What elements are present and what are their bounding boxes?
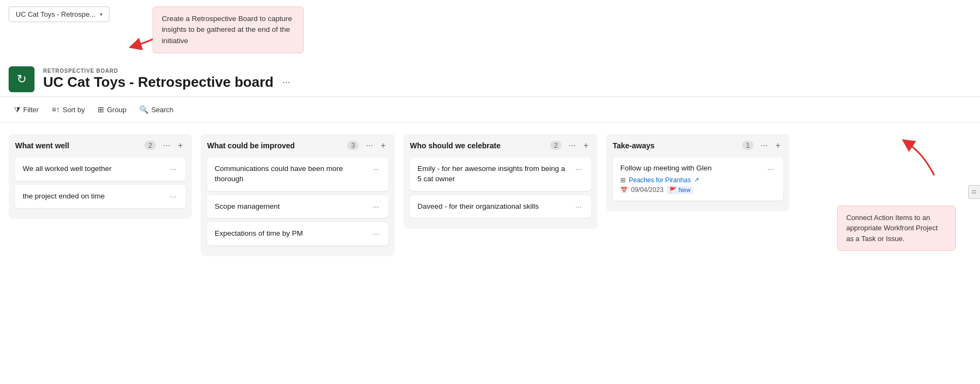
card-meta: Follow up meeting with Glen⊞Peaches for … xyxy=(620,164,712,194)
card[interactable]: We all worked well together··· xyxy=(15,157,186,181)
card-text: Follow up meeting with Glen xyxy=(620,164,712,172)
column-col3: Who should we celebrate2···+Emily - for … xyxy=(403,134,598,229)
column-menu-button[interactable]: ··· xyxy=(758,140,770,151)
column-actions: ···+ xyxy=(758,140,783,151)
column-count: 3 xyxy=(347,141,359,150)
calendar-icon: 📅 xyxy=(620,187,628,194)
card-date: 09/04/2023 xyxy=(631,186,663,194)
card-menu-button[interactable]: ··· xyxy=(765,164,776,173)
sidebar-icon: ⁞⁞ xyxy=(971,190,977,194)
board-title-menu-button[interactable]: ··· xyxy=(279,76,293,89)
column-menu-button[interactable]: ··· xyxy=(160,140,173,151)
column-menu-button[interactable]: ··· xyxy=(363,140,375,151)
card-menu-button[interactable]: ··· xyxy=(573,202,584,211)
filter-label: Filter xyxy=(23,106,39,114)
column-actions: ···+ xyxy=(566,140,591,151)
column-actions: ···+ xyxy=(363,140,388,151)
board-title-section: RETROSPECTIVE BOARD UC Cat Toys - Retros… xyxy=(43,68,293,91)
dropdown-label: UC Cat Toys - Retrospe... xyxy=(16,10,95,18)
board-label: RETROSPECTIVE BOARD xyxy=(43,68,293,74)
card-text: Daveed - for their organizational skills xyxy=(417,202,570,212)
toolbar: ⧩ Filter ≡↑ Sort by ⊞ Group 🔍 Search xyxy=(0,97,980,123)
grid-icon: ⊞ xyxy=(620,176,626,184)
column-count: 2 xyxy=(550,141,561,150)
board-dropdown[interactable]: UC Cat Toys - Retrospe... ▾ xyxy=(9,6,109,22)
card-text: the project ended on time xyxy=(23,191,165,202)
column-actions: ···+ xyxy=(160,140,186,151)
column-header-col1: What went well2···+ xyxy=(15,140,186,151)
callout-top-text: Create a Retrospective Board to capture … xyxy=(162,15,292,45)
card[interactable]: Daveed - for their organizational skills… xyxy=(410,195,591,218)
column-col4: Take-aways1···+Follow up meeting with Gl… xyxy=(606,134,790,211)
card[interactable]: Follow up meeting with Glen⊞Peaches for … xyxy=(613,157,783,201)
column-count: 1 xyxy=(742,141,753,150)
board-icon: ↻ xyxy=(9,66,35,92)
board-title-text: UC Cat Toys - Retrospective board xyxy=(43,74,273,91)
card-text: Scope management xyxy=(215,202,367,212)
column-title: Who should we celebrate xyxy=(410,141,546,150)
column-add-button[interactable]: + xyxy=(378,140,388,151)
card-menu-button[interactable]: ··· xyxy=(371,202,381,211)
column-count: 2 xyxy=(145,141,156,150)
sidebar-toggle[interactable]: ⁞⁞ xyxy=(968,185,980,199)
callout-bottom: Connect Action Items to an appropriate W… xyxy=(837,205,956,251)
column-title: What went well xyxy=(15,141,140,150)
column-menu-button[interactable]: ··· xyxy=(566,140,578,151)
column-header-col4: Take-aways1···+ xyxy=(613,140,783,151)
sortby-label: Sort by xyxy=(63,106,85,114)
filter-icon: ⧩ xyxy=(14,105,20,114)
filter-button[interactable]: ⧩ Filter xyxy=(9,102,44,117)
card-link-row: ⊞Peaches for Piranhas↗ xyxy=(620,176,712,184)
card-date-row: 📅09/04/2023🚩 New xyxy=(620,186,712,194)
column-title: Take-aways xyxy=(613,141,738,150)
card[interactable]: Scope management··· xyxy=(207,195,388,218)
card-menu-button[interactable]: ··· xyxy=(168,191,178,201)
external-link-icon: ↗ xyxy=(694,176,699,183)
board-header: ↻ RETROSPECTIVE BOARD UC Cat Toys - Retr… xyxy=(0,58,980,97)
card[interactable]: Communications could have been more thor… xyxy=(207,157,388,191)
callout-top: Create a Retrospective Board to capture … xyxy=(153,6,304,53)
board-title-row: UC Cat Toys - Retrospective board ··· xyxy=(43,74,293,91)
column-col2: What could be improved3···+Communication… xyxy=(201,134,395,257)
callout-bottom-text: Connect Action Items to an appropriate W… xyxy=(846,214,938,243)
group-label: Group xyxy=(107,106,126,114)
search-icon: 🔍 xyxy=(139,105,148,114)
card-menu-button[interactable]: ··· xyxy=(371,229,381,238)
sortby-button[interactable]: ≡↑ Sort by xyxy=(46,102,90,116)
chevron-down-icon: ▾ xyxy=(100,11,102,17)
search-label: Search xyxy=(151,106,173,114)
column-add-button[interactable]: + xyxy=(581,140,591,151)
column-add-button[interactable]: + xyxy=(175,140,186,151)
column-title: What could be improved xyxy=(207,141,343,150)
group-icon: ⊞ xyxy=(98,105,104,114)
board-icon-symbol: ↻ xyxy=(17,72,26,86)
card-link-text[interactable]: Peaches for Piranhas xyxy=(629,176,691,184)
column-add-button[interactable]: + xyxy=(773,140,783,151)
column-header-col3: Who should we celebrate2···+ xyxy=(410,140,591,151)
column-col1: What went well2···+We all worked well to… xyxy=(9,134,192,219)
card-text: Emily - for her awesome insights from be… xyxy=(417,164,570,184)
card-text: Communications could have been more thor… xyxy=(215,164,367,184)
board-content: What went well2···+We all worked well to… xyxy=(0,123,980,268)
card-menu-button[interactable]: ··· xyxy=(371,164,381,173)
group-button[interactable]: ⊞ Group xyxy=(92,102,132,116)
card-text: We all worked well together xyxy=(23,164,165,174)
card-menu-button[interactable]: ··· xyxy=(573,164,584,173)
card[interactable]: the project ended on time··· xyxy=(15,185,186,208)
card[interactable]: Emily - for her awesome insights from be… xyxy=(410,157,591,191)
search-button[interactable]: 🔍 Search xyxy=(134,102,179,116)
sort-icon: ≡↑ xyxy=(52,105,60,114)
flag-badge: 🚩 New xyxy=(667,186,693,194)
card[interactable]: Expectations of time by PM··· xyxy=(207,222,388,245)
card-menu-button[interactable]: ··· xyxy=(168,164,178,173)
card-text: Expectations of time by PM xyxy=(215,229,367,239)
column-header-col2: What could be improved3···+ xyxy=(207,140,388,151)
